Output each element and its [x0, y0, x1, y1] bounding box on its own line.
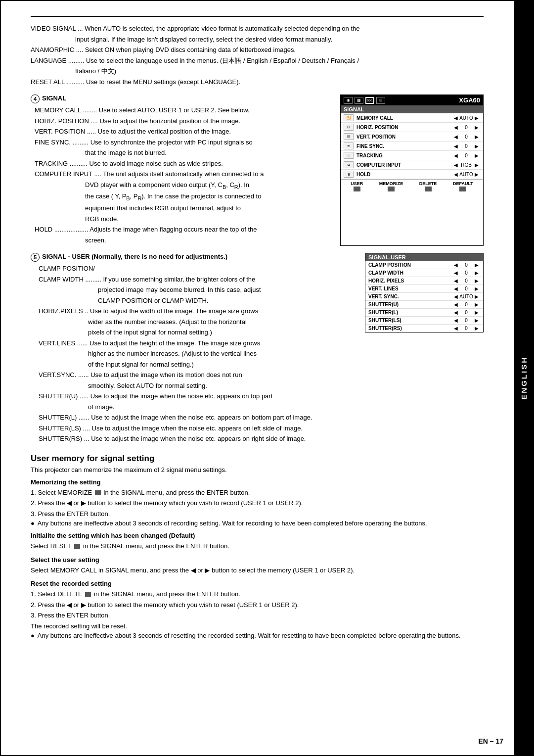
user-memory-section: User memory for signal setting This proj… [31, 454, 484, 640]
select-user-content: Select MEMORY CALL in SIGNAL menu, and p… [31, 566, 484, 575]
signal-user-number: 5 [31, 253, 40, 262]
reset-all-line: RESET ALL .......... Use to reset the ME… [31, 77, 484, 87]
select-user-section: Select the user setting Select MEMORY CA… [31, 556, 484, 575]
signal-text: 4 SIGNAL MEMORY CALL ........ Use to sel… [31, 94, 330, 246]
osd-arrow-left-shutter-rs: ◀ [454, 326, 458, 331]
osd-label-tracking: TRACKING [356, 153, 452, 158]
select-user-title: Select the user setting [31, 556, 484, 564]
osd-arrow-left-ci: ◀ [454, 162, 458, 168]
osd-value-clamp-pos: 0 [459, 262, 473, 268]
reset-bullet-text: Any buttons are ineffective about 3 seco… [38, 632, 461, 639]
osd-footer-default-label: DEFAULT [453, 181, 473, 186]
osd-label-fine-sync: FINE SYNC. [356, 143, 452, 149]
vert-sync-line1: VERT.SYNC. ...... Use to adjust the imag… [39, 370, 355, 380]
shutter-u-line1: SHUTTER(U) ..... Use to adjust the image… [39, 391, 355, 401]
fine-sync-line1: FINE SYNC. ......... Use to synchronize … [31, 138, 330, 147]
osd-footer-default: DEFAULT [453, 181, 473, 191]
osd-arrow-right-shutter-rs: ▶ [475, 326, 479, 331]
initialite-step1: Select RESET in the SIGNAL menu, and pre… [31, 541, 484, 551]
signal-number: 4 [31, 94, 40, 103]
video-signal-line1: VIDEO SIGNAL ... When AUTO is selected, … [31, 24, 484, 34]
osd-value-computer-input: RGB [459, 162, 473, 168]
clamp-width-line2: projected image may become blurred. In t… [39, 285, 355, 295]
osd-arrow-right-fs: ▶ [475, 143, 479, 149]
computer-input-line2: DVD player with a component video output… [31, 180, 330, 191]
osd-arrow-left-shutter-l: ◀ [454, 310, 458, 315]
osd-value-vert-lines: 0 [459, 286, 473, 291]
memorizing-bullet: ● Any buttons are ineffective about 3 se… [31, 520, 484, 527]
computer-input-line5: RGB mode. [31, 214, 330, 224]
osd-icon-hold: ⏸ [344, 171, 354, 178]
osd-row-vert-sync: VERT. SYNC. ◀ AUTO ▶ [365, 293, 483, 301]
osd-footer-user-icon [354, 187, 360, 191]
osd-signal-user-box: SIGNAL-USER CLAMP POSITION ◀ 0 ▶ CLAMP W… [365, 253, 484, 332]
osd-arrow-right-vert-lines: ▶ [475, 286, 479, 291]
bullet-dot: ● [31, 520, 35, 527]
osd-value-tracking: 0 [459, 153, 473, 158]
osd-value-hold: AUTO [459, 172, 473, 177]
main-content: VIDEO SIGNAL ... When AUTO is selected, … [31, 16, 503, 639]
reset-icon [74, 544, 80, 549]
osd-arrow-left-vert-sync: ◀ [454, 294, 458, 299]
osd-row-vert-pos: ⊟ VERT. POSITION ◀ 0 ▶ [341, 132, 483, 142]
user-memory-title: User memory for signal setting [31, 454, 484, 464]
signal-user-header: 5 SIGNAL - USER (Normally, there is no n… [31, 253, 355, 262]
osd-arrow-right-tr: ▶ [475, 153, 479, 158]
signal-user-section: 5 SIGNAL - USER (Normally, there is no n… [31, 253, 484, 445]
osd-footer-memorize-icon [388, 187, 395, 191]
osd-value-shutter-l: 0 [459, 310, 473, 315]
fine-sync-line2: that the image is not blurred. [31, 148, 330, 158]
osd-icon-display: ▦ [355, 97, 363, 104]
osd-label-shutter-rs: SHUTTER(RS) [368, 326, 452, 331]
memorizing-step2: 2. Press the ◀ or ▶ button to select the… [31, 498, 484, 508]
osd-row-tracking: ☰ TRACKING ◀ 0 ▶ [341, 151, 483, 160]
horiz-pixels-line3: pixels of the input signal for normal se… [39, 328, 355, 337]
computer-input-line3: the case ( Y, PB, PR). In the case the p… [31, 191, 330, 202]
bullet-dot2: ● [31, 632, 35, 639]
osd-arrow-right-shutter-u: ▶ [475, 302, 479, 307]
osd-label-memory-call: MEMORY CALL [356, 115, 452, 121]
osd-arrow-left-clamp-width: ◀ [454, 270, 458, 276]
video-signal-line2: input signal. If the image isn't display… [31, 35, 484, 45]
signal-title: SIGNAL [42, 94, 66, 102]
osd-row-clamp-width: CLAMP WIDTH ◀ 0 ▶ [365, 269, 483, 277]
osd-row-shutter-rs: SHUTTER(RS) ◀ 0 ▶ [365, 325, 483, 332]
osd-arrow-left-horiz-pixels: ◀ [454, 278, 458, 284]
page-number: EN – 17 [478, 737, 503, 745]
computer-input-line4: equipment that includes RGB output termi… [31, 203, 330, 213]
osd-label-vert-sync: VERT. SYNC. [368, 294, 452, 299]
osd-icon-extra: ⊞ [376, 97, 385, 104]
memory-call-line: MEMORY CALL ........ Use to select AUTO,… [31, 105, 330, 115]
osd-row-horiz-pixels: HORIZ. PIXELS ◀ 0 ▶ [365, 277, 483, 285]
delete-icon [85, 592, 91, 597]
osd-arrow-right-clamp-width: ▶ [475, 270, 479, 276]
osd-row-shutter-u: SHUTTER(U) ◀ 0 ▶ [365, 301, 483, 309]
shutter-ls-line: SHUTTER(LS) .... Use to adjust the image… [39, 424, 355, 433]
osd-arrow-right-shutter-ls: ▶ [475, 318, 479, 323]
horiz-pixels-line1: HORIZ.PIXELS .. Use to adjust the width … [39, 306, 355, 316]
osd-arrow-left-shutter-ls: ◀ [454, 318, 458, 323]
osd-footer: USER MEMORIZE DELETE DEFAULT [341, 179, 483, 193]
osd-label-shutter-l: SHUTTER(L) [368, 310, 452, 315]
reset-recorded-title: Reset the recorded setting [31, 580, 484, 587]
computer-input-line1: COMPUTER INPUT .... The unit adjusts its… [31, 169, 330, 179]
clamp-position-label: CLAMP POSITION/ [39, 264, 355, 274]
user-memory-description: This projector can memorize the maximum … [31, 466, 484, 473]
osd-arrow-left-tr: ◀ [454, 153, 458, 158]
osd-row-fine-sync: ≋ FINE SYNC. ◀ 0 ▶ [341, 142, 483, 151]
osd-row-hold: ⏸ HOLD ◀ AUTO ▶ [341, 170, 483, 179]
vert-lines-line3: of the input signal for normal setting.) [39, 360, 355, 370]
vert-lines-line1: VERT.LINES ...... Use to adjust the heig… [39, 338, 355, 348]
osd-label-clamp-pos: CLAMP POSITION [368, 262, 452, 268]
osd-label-computer-input: COMPUTER INPUT [356, 162, 452, 168]
hold-line2: screen. [31, 236, 330, 245]
osd-icon-hp: ⊟ [344, 124, 354, 131]
osd-arrow-left-fs: ◀ [454, 143, 458, 149]
osd-row-shutter-ls: SHUTTER(LS) ◀ 0 ▶ [365, 317, 483, 325]
osd-arrow-right-hold: ▶ [475, 172, 479, 177]
reset-note: The recorded setting will be reset. [31, 621, 484, 631]
page-container: ENGLISH VIDEO SIGNAL ... When AUTO is se… [0, 0, 534, 756]
osd-label-clamp-width: CLAMP WIDTH [368, 270, 452, 276]
osd-row-clamp-pos: CLAMP POSITION ◀ 0 ▶ [365, 261, 483, 269]
osd-label-horiz-pos: HORIZ. POSITION [356, 125, 452, 130]
